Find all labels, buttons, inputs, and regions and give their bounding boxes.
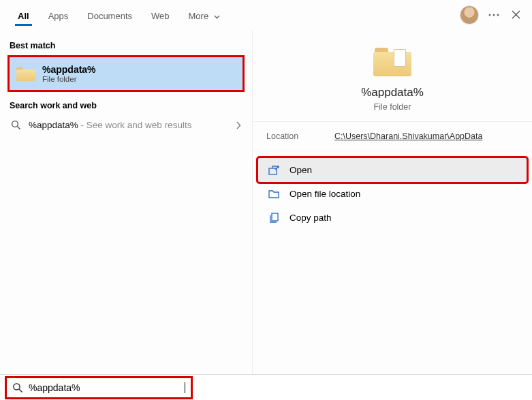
tab-documents[interactable]: Documents [78, 4, 142, 25]
preview-title: %appdata% [361, 86, 424, 99]
folder-outline-icon [268, 189, 280, 198]
svg-point-0 [489, 14, 491, 16]
best-match-title: %appdata% [42, 64, 96, 75]
search-icon [12, 382, 23, 393]
best-match-subtitle: File folder [42, 75, 96, 83]
header-tabbar: All Apps Documents Web More [0, 0, 532, 30]
open-icon [268, 166, 280, 175]
action-copy-path[interactable]: Copy path [258, 206, 527, 230]
location-value[interactable]: C:\Users\Dharani.Shivakumar\AppData [334, 132, 482, 141]
svg-point-7 [14, 383, 20, 389]
preview-column: %appdata% File folder Location C:\Users\… [252, 30, 532, 374]
section-label-search-work-web: Search work and web [0, 95, 252, 114]
tab-web[interactable]: Web [142, 4, 179, 25]
action-open-label: Open [290, 165, 312, 175]
copy-icon [268, 213, 280, 223]
preview-subtitle: File folder [374, 102, 411, 112]
section-label-best-match: Best match [0, 35, 252, 55]
avatar[interactable] [460, 5, 479, 25]
chevron-right-icon [236, 121, 241, 129]
action-open[interactable]: Open [258, 158, 527, 182]
svg-line-4 [17, 127, 20, 129]
folder-icon-large [373, 46, 411, 76]
tab-all[interactable]: All [8, 4, 39, 25]
web-result-item[interactable]: %appdata% - See work and web results [0, 114, 252, 136]
best-match-item[interactable]: %appdata% File folder [10, 57, 242, 90]
svg-point-3 [12, 121, 18, 127]
web-result-suffix: - See work and web results [78, 120, 192, 130]
action-copy-path-label: Copy path [290, 213, 332, 223]
results-column: Best match %appdata% File folder Search … [0, 30, 252, 374]
action-open-file-location[interactable]: Open file location [258, 182, 527, 206]
web-result-query: %appdata% [29, 120, 78, 130]
svg-point-2 [497, 14, 499, 16]
svg-rect-6 [272, 213, 278, 221]
search-field-wrap[interactable] [7, 378, 191, 397]
preview-header: %appdata% File folder [253, 30, 532, 122]
search-bar [0, 374, 532, 400]
tab-more[interactable]: More [179, 4, 230, 25]
tab-apps[interactable]: Apps [39, 4, 78, 25]
search-icon [10, 120, 22, 130]
tab-more-label: More [189, 11, 209, 21]
chevron-down-icon [214, 15, 220, 19]
action-open-file-location-label: Open file location [290, 189, 360, 199]
svg-point-1 [493, 14, 495, 16]
search-input[interactable] [29, 382, 179, 393]
folder-icon [16, 66, 35, 81]
text-caret [185, 382, 185, 393]
close-button[interactable] [505, 4, 527, 26]
location-label: Location [266, 132, 334, 141]
location-row: Location C:\Users\Dharani.Shivakumar\App… [253, 122, 532, 151]
more-options-button[interactable] [483, 4, 505, 26]
svg-line-8 [19, 389, 22, 392]
